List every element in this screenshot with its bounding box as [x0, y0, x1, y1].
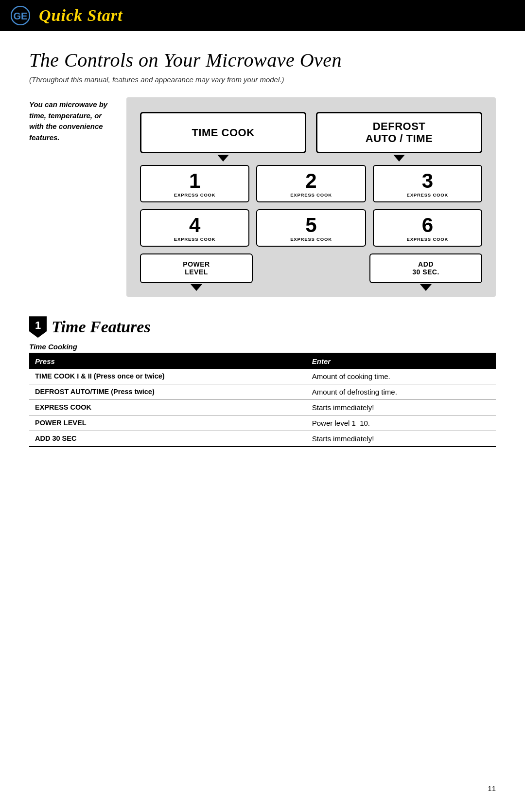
table-row: POWER LEVEL Power level 1–10.	[29, 415, 496, 431]
express-cook-2-label: EXPRESS COOK	[290, 192, 332, 198]
table-row: EXPRESS COOK Starts immediately!	[29, 400, 496, 415]
num-3: 3	[422, 171, 433, 191]
svg-text:GE: GE	[14, 11, 28, 21]
ge-icon: GE	[10, 5, 31, 26]
express-cook-5-label: EXPRESS COOK	[290, 236, 332, 242]
power-level-arrow	[191, 284, 202, 291]
enter-power-level: Power level 1–10.	[306, 415, 496, 431]
side-note-text: You can microwave by time, temperature, …	[29, 99, 117, 143]
press-express-cook: EXPRESS COOK	[29, 400, 306, 415]
page-title: The Controls on Your Microwave Oven	[29, 49, 496, 72]
num-4: 4	[189, 215, 200, 235]
time-cook-button[interactable]: TIME COOK	[140, 112, 306, 153]
header-title: Quick Start	[39, 6, 123, 25]
header-bar: GE Quick Start	[0, 0, 525, 31]
press-defrost: DEFROST AUTO/TIME (Press twice)	[29, 384, 306, 400]
add-30-sec-label: ADD30 SEC.	[412, 260, 439, 277]
section1-title: Time Features	[52, 318, 151, 336]
num-2: 2	[305, 171, 316, 191]
express-cook-1-label: EXPRESS COOK	[174, 192, 216, 198]
power-level-label: POWERLEVEL	[183, 260, 210, 277]
enter-add-30-sec: Starts immediately!	[306, 431, 496, 447]
page-number: 11	[488, 784, 496, 793]
number-grid: 1 EXPRESS COOK 2 EXPRESS COOK 3 EXPRESS …	[140, 165, 482, 247]
features-table: Press Enter TIME COOK I & II (Press once…	[29, 353, 496, 447]
enter-defrost: Amount of defrosting time.	[306, 384, 496, 400]
express-cook-3-label: EXPRESS COOK	[407, 192, 449, 198]
express-cook-2-button[interactable]: 2 EXPRESS COOK	[256, 165, 366, 202]
table-row: TIME COOK I & II (Press once or twice) A…	[29, 369, 496, 384]
power-level-button[interactable]: POWERLEVEL	[140, 253, 253, 284]
express-cook-6-button[interactable]: 6 EXPRESS COOK	[373, 209, 482, 247]
controls-section: You can microwave by time, temperature, …	[29, 97, 496, 297]
add-30-sec-button[interactable]: ADD30 SEC.	[369, 253, 482, 284]
side-note: You can microwave by time, temperature, …	[29, 97, 117, 297]
express-cook-5-button[interactable]: 5 EXPRESS COOK	[256, 209, 366, 247]
add-30-sec-arrow	[420, 284, 432, 291]
press-add-30-sec: ADD 30 SEC	[29, 431, 306, 447]
main-content: The Controls on Your Microwave Oven (Thr…	[0, 31, 525, 467]
defrost-auto-time-button[interactable]: DEFROSTAUTO / TIME	[316, 112, 482, 153]
section1-header: 1 Time Features	[29, 316, 496, 338]
bottom-buttons-row: POWERLEVEL ADD30 SEC.	[140, 253, 482, 284]
time-cook-label: TIME COOK	[192, 126, 254, 139]
section1-number: 1	[35, 319, 41, 332]
press-power-level: POWER LEVEL	[29, 415, 306, 431]
page-subtitle: (Throughout this manual, features and ap…	[29, 75, 496, 84]
defrost-auto-time-label: DEFROSTAUTO / TIME	[366, 120, 433, 145]
enter-time-cook: Amount of cooking time.	[306, 369, 496, 384]
enter-express-cook: Starts immediately!	[306, 400, 496, 415]
section1-badge: 1	[29, 316, 47, 338]
top-buttons-row: TIME COOK DEFROSTAUTO / TIME	[140, 112, 482, 153]
express-cook-4-label: EXPRESS COOK	[174, 236, 216, 242]
express-cook-6-label: EXPRESS COOK	[407, 236, 449, 242]
table-header-press: Press	[29, 353, 306, 369]
express-cook-3-button[interactable]: 3 EXPRESS COOK	[373, 165, 482, 202]
press-time-cook: TIME COOK I & II (Press once or twice)	[29, 369, 306, 384]
table-header-enter: Enter	[306, 353, 496, 369]
control-panel: TIME COOK DEFROSTAUTO / TIME 1 EXPRESS C…	[126, 97, 496, 297]
num-5: 5	[305, 215, 316, 235]
num-1: 1	[189, 171, 200, 191]
express-cook-1-button[interactable]: 1 EXPRESS COOK	[140, 165, 249, 202]
express-cook-4-button[interactable]: 4 EXPRESS COOK	[140, 209, 249, 247]
defrost-auto-time-arrow	[393, 155, 405, 162]
table-row: ADD 30 SEC Starts immediately!	[29, 431, 496, 447]
num-6: 6	[422, 215, 433, 235]
subsection-title: Time Cooking	[29, 343, 496, 351]
time-cook-arrow	[217, 155, 229, 162]
table-row: DEFROST AUTO/TIME (Press twice) Amount o…	[29, 384, 496, 400]
